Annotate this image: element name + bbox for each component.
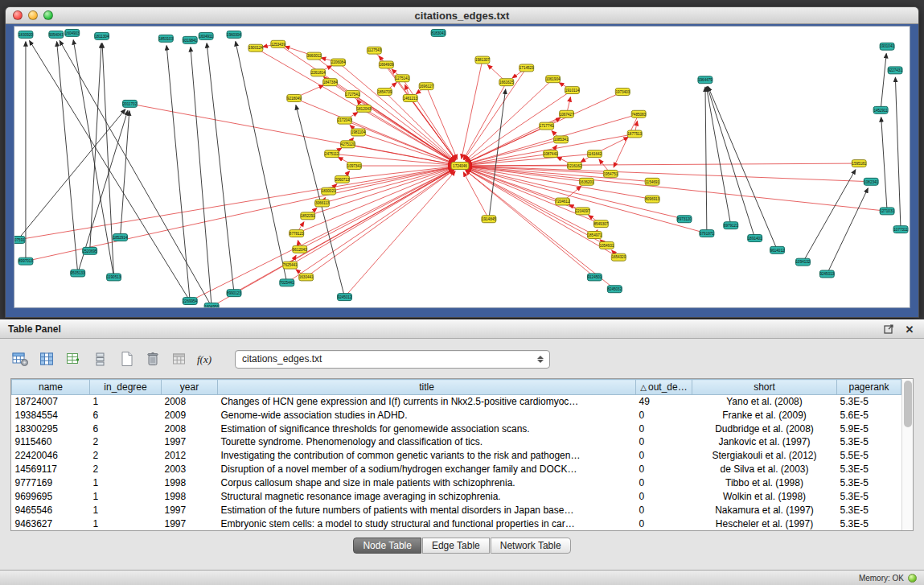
- cell[interactable]: 5.3E-5: [837, 435, 901, 449]
- cell[interactable]: 2003: [162, 463, 218, 476]
- select-columns-icon[interactable]: [36, 349, 57, 369]
- table-row[interactable]: 2242004622012Investigating the contribut…: [12, 449, 901, 463]
- column-header-year[interactable]: year: [162, 380, 218, 395]
- column-header-pagerank[interactable]: pagerank: [837, 380, 901, 395]
- table-row[interactable]: 969969511998Structural magnetic resonanc…: [12, 489, 901, 503]
- cell[interactable]: 1: [90, 476, 162, 490]
- cell[interactable]: 0: [636, 489, 692, 503]
- citation-network-graph[interactable]: 1830920905404316049031811304185310393198…: [14, 27, 910, 307]
- cell[interactable]: 0: [636, 517, 692, 530]
- cell[interactable]: Franke et al. (2009): [692, 408, 837, 422]
- cell[interactable]: 0: [636, 503, 692, 517]
- column-header-name[interactable]: name: [12, 380, 90, 395]
- table-row[interactable]: 1830029562008Estimation of significance …: [12, 422, 901, 435]
- cell[interactable]: 49: [636, 395, 692, 409]
- cell[interactable]: Tibbo et al. (1998): [692, 476, 837, 490]
- cell[interactable]: 18300295: [12, 422, 90, 435]
- cell[interactable]: 1997: [162, 517, 218, 530]
- cell[interactable]: 2012: [162, 449, 218, 463]
- cell[interactable]: 5.3E-5: [837, 463, 901, 476]
- tab-network-table[interactable]: Network Table: [491, 538, 571, 554]
- close-window-button[interactable]: [13, 10, 23, 20]
- cell[interactable]: Estimation of the future numbers of pati…: [218, 503, 636, 517]
- delete-column-icon[interactable]: [142, 349, 163, 369]
- table-panel-header[interactable]: Table Panel ✕: [0, 319, 924, 339]
- cell[interactable]: 6: [90, 408, 162, 422]
- cell[interactable]: 22420046: [12, 449, 90, 463]
- tab-node-table[interactable]: Node Table: [353, 538, 421, 554]
- cell[interactable]: Changes of HCN gene expression and I(f) …: [218, 395, 636, 409]
- new-column-icon[interactable]: [116, 349, 137, 369]
- network-canvas[interactable]: 1830920905404316049031811304185310393198…: [14, 26, 910, 308]
- cell[interactable]: 9115460: [12, 435, 90, 449]
- cell[interactable]: 2009: [162, 408, 218, 422]
- import-table-icon[interactable]: [169, 349, 190, 369]
- cell[interactable]: 1998: [162, 489, 218, 503]
- add-column-icon[interactable]: [63, 349, 84, 369]
- cell[interactable]: 0: [636, 449, 692, 463]
- column-header-short[interactable]: short: [692, 380, 837, 395]
- cell[interactable]: 19384554: [12, 408, 90, 422]
- function-builder-icon[interactable]: f(x): [195, 349, 216, 369]
- cell[interactable]: 5.6E-5: [837, 408, 901, 422]
- table-scrollbar[interactable]: [901, 379, 913, 530]
- table-selector-dropdown[interactable]: citations_edges.txt: [235, 350, 550, 369]
- minimize-window-button[interactable]: [28, 10, 38, 20]
- cell[interactable]: 5.9E-5: [837, 422, 901, 435]
- cell[interactable]: Dudbridge et al. (2008): [692, 422, 837, 435]
- cell[interactable]: 0: [636, 476, 692, 490]
- cell[interactable]: 9777169: [12, 476, 90, 490]
- cell[interactable]: 1: [90, 489, 162, 503]
- cell[interactable]: 1: [90, 503, 162, 517]
- cell[interactable]: Structural magnetic resonance image aver…: [218, 489, 636, 503]
- zoom-window-button[interactable]: [43, 10, 53, 20]
- cell[interactable]: 1997: [162, 435, 218, 449]
- cell[interactable]: Hescheler et al. (1997): [692, 517, 837, 530]
- cell[interactable]: 1: [90, 395, 162, 409]
- row-tools-icon[interactable]: [89, 349, 110, 369]
- table-row[interactable]: 977716911998Corpus callosum shape and si…: [12, 476, 901, 490]
- cell[interactable]: Jankovic et al. (1997): [692, 435, 837, 449]
- cell[interactable]: 2: [90, 463, 162, 476]
- table-row[interactable]: 1872400712008Changes of HCN gene express…: [12, 395, 901, 409]
- cell[interactable]: 5.3E-5: [837, 489, 901, 503]
- cell[interactable]: 2: [90, 435, 162, 449]
- table-row[interactable]: 946554611997Estimation of the future num…: [12, 503, 901, 517]
- cell[interactable]: de Silva et al. (2003): [692, 463, 837, 476]
- cell[interactable]: 5.3E-5: [837, 395, 901, 409]
- float-panel-button[interactable]: [883, 324, 895, 335]
- cell[interactable]: 2: [90, 449, 162, 463]
- table-row[interactable]: 1938455462009Genome-wide association stu…: [12, 408, 901, 422]
- table-row[interactable]: 911546021997Tourette syndrome. Phenomeno…: [12, 435, 901, 449]
- memory-indicator[interactable]: [908, 574, 917, 583]
- cell[interactable]: 0: [636, 422, 692, 435]
- cell[interactable]: 9699695: [12, 489, 90, 503]
- cell[interactable]: 18724007: [12, 395, 90, 409]
- close-panel-button[interactable]: ✕: [903, 323, 916, 336]
- cell[interactable]: 5.3E-5: [837, 503, 901, 517]
- cell[interactable]: 1997: [162, 503, 218, 517]
- cell[interactable]: 1998: [162, 476, 218, 490]
- cell[interactable]: Genome-wide association studies in ADHD.: [218, 408, 636, 422]
- column-header-in-degree[interactable]: in_degree: [90, 380, 162, 395]
- cell[interactable]: 5.5E-5: [837, 449, 901, 463]
- cell[interactable]: Investigating the contribution of common…: [218, 449, 636, 463]
- window-titlebar[interactable]: citations_edges.txt: [6, 7, 918, 24]
- table-scrollbar-thumb[interactable]: [904, 381, 912, 427]
- cell[interactable]: 14569117: [12, 463, 90, 476]
- cell[interactable]: 5.3E-5: [837, 476, 901, 490]
- cell[interactable]: 2008: [162, 395, 218, 409]
- cell[interactable]: 9463627: [12, 517, 90, 530]
- cell[interactable]: 0: [636, 463, 692, 476]
- cell[interactable]: Tourette syndrome. Phenomenology and cla…: [218, 435, 636, 449]
- column-header-out-de-[interactable]: △out_de…: [636, 380, 692, 395]
- cell[interactable]: 5.3E-5: [837, 517, 901, 530]
- table-row[interactable]: 946362711997Embryonic stem cells: a mode…: [12, 517, 901, 530]
- cell[interactable]: Wolkin et al. (1998): [692, 489, 837, 503]
- cell[interactable]: Embryonic stem cells: a model to study s…: [218, 517, 636, 530]
- cell[interactable]: Yano et al. (2008): [692, 395, 837, 409]
- cell[interactable]: 6: [90, 422, 162, 435]
- cell[interactable]: Corpus callosum shape and size in male p…: [218, 476, 636, 490]
- cell[interactable]: Nakamura et al. (1997): [692, 503, 837, 517]
- table-options-icon[interactable]: [10, 349, 31, 369]
